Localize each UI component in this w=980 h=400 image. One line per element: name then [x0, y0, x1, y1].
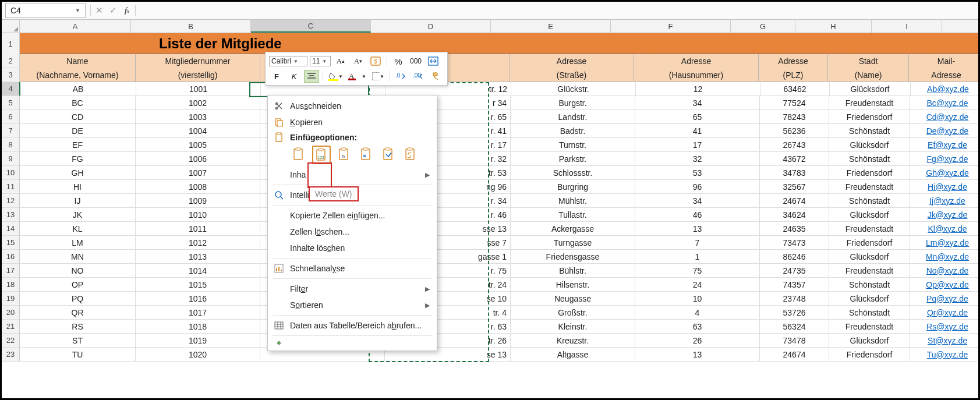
cell-city[interactable]: Freudenstadt — [829, 264, 910, 278]
menu-item-truncated[interactable]: + — [268, 338, 437, 348]
cell-email[interactable]: Qr@xyz.de — [910, 306, 980, 320]
cell-zip[interactable]: 74357 — [760, 278, 829, 292]
cell-name[interactable]: RS — [20, 320, 136, 334]
email-link[interactable]: Pq@xyz.de — [926, 294, 968, 303]
cell-city[interactable]: Glücksdorf — [830, 82, 911, 96]
cell-street[interactable]: Neugasse — [511, 292, 635, 306]
cell-member-id[interactable]: 1015 — [136, 278, 260, 292]
cell-email[interactable]: Op@xyz.de — [910, 278, 980, 292]
cell-member-id[interactable]: 1006 — [136, 152, 260, 166]
font-color-icon[interactable]: A▼ — [347, 70, 368, 83]
email-link[interactable]: Kl@xyz.de — [928, 224, 967, 233]
cell-name[interactable]: CD — [20, 110, 136, 124]
cell-city[interactable]: Friedensdorf — [829, 236, 910, 250]
cell-city[interactable]: Glücksdorf — [829, 250, 910, 264]
cell-city[interactable]: Freudenstadt — [829, 320, 910, 334]
row-header[interactable]: 20 — [2, 306, 20, 320]
decrease-font-icon[interactable]: A▾ — [351, 55, 366, 68]
title-cell[interactable] — [406, 33, 530, 54]
cell-house-number[interactable]: 7 — [635, 236, 760, 250]
email-link[interactable]: Bc@xyz.de — [926, 98, 968, 108]
cell-zip[interactable]: 43672 — [760, 152, 829, 166]
cell-name[interactable]: IJ — [20, 194, 136, 208]
cell-house-number[interactable]: 4 — [635, 306, 760, 320]
header-cell[interactable]: Mitgliedernummer — [136, 54, 260, 68]
cell-street[interactable]: Kreuzstr. — [511, 334, 635, 348]
row-header[interactable]: 5 — [2, 96, 20, 110]
col-header-e[interactable]: E — [491, 20, 611, 33]
cell-name[interactable]: JK — [20, 208, 136, 222]
row-header[interactable]: 23 — [2, 348, 20, 362]
cell-name[interactable]: LM — [20, 236, 136, 250]
cell-member-id[interactable]: 1009 — [136, 194, 260, 208]
cell-city[interactable]: Glücksdorf — [829, 334, 910, 348]
cell-city[interactable]: Freudenstadt — [829, 96, 910, 110]
title-cell[interactable] — [655, 33, 780, 54]
menu-get-data-from-table[interactable]: Daten aus Tabelle/Bereich abrufen... — [268, 317, 437, 334]
cell-email[interactable]: Fg@xyz.de — [910, 152, 980, 166]
bold-button[interactable]: F — [269, 70, 284, 83]
email-link[interactable]: Ij@xyz.de — [929, 196, 965, 206]
cell-member-id[interactable]: 1011 — [136, 222, 260, 236]
title-cell[interactable] — [530, 33, 655, 54]
row-header[interactable]: 7 — [2, 124, 20, 138]
paste-normal-icon[interactable] — [290, 146, 307, 163]
cell-member-id[interactable]: 1002 — [136, 96, 260, 110]
header-cell[interactable]: Adresse — [634, 54, 759, 68]
cell-email[interactable]: Tu@xyz.de — [910, 348, 980, 362]
cell-street[interactable]: Landstr. — [511, 110, 635, 124]
cell-member-id[interactable]: 1007 — [136, 166, 260, 180]
header-cell[interactable]: Adresse — [510, 54, 634, 68]
menu-delete-cells[interactable]: Zellen löschen... — [268, 224, 437, 240]
cell-zip[interactable]: 23748 — [760, 292, 829, 306]
cell-member-id[interactable]: 1008 — [136, 180, 260, 194]
cell-street[interactable]: Turngasse — [511, 236, 635, 250]
align-center-icon[interactable] — [304, 70, 319, 83]
formula-input[interactable] — [137, 3, 978, 18]
row-header[interactable]: 6 — [2, 110, 20, 124]
cell-zip[interactable]: 53726 — [760, 306, 829, 320]
cell-name[interactable]: DE — [20, 124, 136, 138]
cell-member-id[interactable]: 1003 — [136, 110, 260, 124]
cell-house-number[interactable]: 46 — [635, 208, 760, 222]
cell-house-number[interactable]: 13 — [635, 222, 760, 236]
cell-zip[interactable]: 86246 — [760, 250, 829, 264]
cell-name[interactable]: MN — [20, 250, 136, 264]
menu-filter[interactable]: Filter ▶ — [268, 281, 437, 297]
header-cell[interactable]: (Straße) — [510, 68, 634, 82]
email-link[interactable]: Op@xyz.de — [926, 280, 968, 289]
title-cell[interactable] — [849, 33, 930, 54]
cell-house-number[interactable]: 32 — [635, 152, 760, 166]
cell-zip[interactable]: 24674 — [760, 194, 829, 208]
header-cell[interactable]: (vierstellig) — [136, 68, 260, 82]
cell-city[interactable]: Schönstadt — [829, 278, 910, 292]
cell-member-id[interactable]: 1018 — [136, 320, 260, 334]
cell-zip[interactable]: 34624 — [760, 208, 829, 222]
cell-house-number[interactable]: 12 — [636, 82, 760, 96]
cell-city[interactable]: Schönstadt — [829, 194, 910, 208]
paste-formulas-icon[interactable]: fx — [335, 146, 353, 163]
header-cell[interactable]: (Nachname, Vorname) — [20, 68, 136, 82]
cell-city[interactable]: Friedensdorf — [829, 110, 910, 124]
accounting-format-icon[interactable]: $ — [368, 55, 383, 68]
paste-transpose-icon[interactable] — [358, 146, 375, 163]
cell-street[interactable]: Glückstr. — [511, 82, 636, 96]
cell-street[interactable]: Parkstr. — [511, 152, 635, 166]
cell-name[interactable]: QR — [20, 306, 136, 320]
cell-email[interactable]: Lm@xyz.de — [910, 236, 980, 250]
cell-zip[interactable]: 24674 — [760, 348, 829, 362]
cell-city[interactable]: Friedensdorf — [829, 348, 910, 362]
row-header[interactable]: 15 — [2, 236, 20, 250]
cell-zip[interactable]: 34783 — [760, 166, 829, 180]
cell-member-id[interactable]: 1016 — [136, 292, 260, 306]
cell-zip[interactable]: 32567 — [760, 180, 829, 194]
cell-email[interactable]: Bc@xyz.de — [910, 96, 980, 110]
email-link[interactable]: No@xyz.de — [926, 266, 969, 275]
row-header[interactable]: 8 — [2, 138, 20, 152]
email-link[interactable]: Ef@xyz.de — [928, 140, 967, 150]
cell-street[interactable]: Burgstr. — [511, 96, 635, 110]
cell-zip[interactable]: 26743 — [760, 138, 829, 152]
cell-name[interactable]: ST — [20, 334, 136, 348]
title-cell[interactable]: Liste der Mitglieder — [136, 33, 281, 54]
select-all-corner[interactable] — [2, 20, 20, 33]
